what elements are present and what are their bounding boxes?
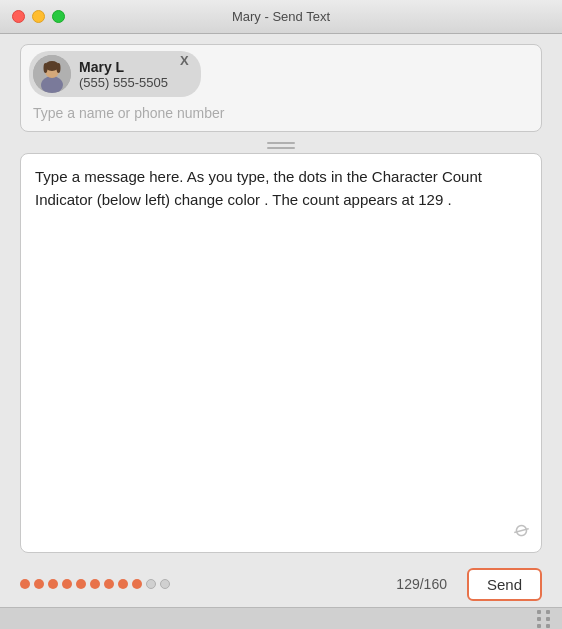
recipient-input[interactable]: [29, 101, 533, 125]
dot-filled: [34, 579, 44, 589]
dot-filled: [132, 579, 142, 589]
recipient-phone: (555) 555-5505: [79, 75, 168, 90]
window-title: Mary - Send Text: [232, 9, 330, 24]
maximize-button[interactable]: [52, 10, 65, 23]
grip-dot: [546, 610, 550, 614]
dot-filled: [76, 579, 86, 589]
dot-filled: [104, 579, 114, 589]
recipient-area: Mary L (555) 555-5505 X: [20, 44, 542, 132]
bottom-bar: 129/160 Send: [0, 561, 562, 607]
drag-handle[interactable]: [20, 138, 542, 153]
dot-filled: [48, 579, 58, 589]
drag-handle-lines: [267, 142, 295, 149]
recipient-chip: Mary L (555) 555-5505 X: [29, 51, 201, 97]
footer-grip: [0, 607, 562, 629]
dot-filled: [90, 579, 100, 589]
dot-filled: [62, 579, 72, 589]
character-count-dots: [20, 579, 384, 589]
message-textarea[interactable]: [21, 154, 541, 552]
dot-filled: [118, 579, 128, 589]
grip-dot: [537, 624, 541, 628]
drag-line-2: [267, 147, 295, 149]
dot-empty: [146, 579, 156, 589]
message-area-container: ⌀: [20, 153, 542, 553]
recipient-info: Mary L (555) 555-5505: [79, 59, 168, 90]
resize-grip[interactable]: [537, 610, 552, 628]
close-button[interactable]: [12, 10, 25, 23]
recipient-name: Mary L: [79, 59, 168, 75]
svg-point-4: [44, 63, 48, 73]
svg-point-5: [57, 63, 61, 73]
char-count: 129/160: [396, 576, 447, 592]
dot-filled: [20, 579, 30, 589]
window-controls: [12, 10, 65, 23]
dot-empty: [160, 579, 170, 589]
grip-dot: [537, 617, 541, 621]
grip-dot: [546, 617, 550, 621]
avatar: [33, 55, 71, 93]
main-content: Mary L (555) 555-5505 X ⌀: [0, 34, 562, 561]
remove-recipient-button[interactable]: X: [176, 53, 193, 68]
minimize-button[interactable]: [32, 10, 45, 23]
send-button[interactable]: Send: [467, 568, 542, 601]
drag-line-1: [267, 142, 295, 144]
title-bar: Mary - Send Text: [0, 0, 562, 34]
grip-dot: [546, 624, 550, 628]
grip-dot: [537, 610, 541, 614]
